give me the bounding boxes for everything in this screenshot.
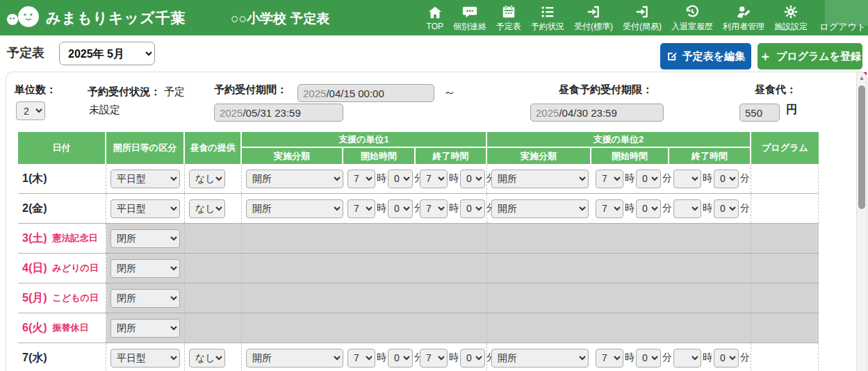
col-header-lunch: 昼食の提供: [185, 132, 242, 164]
unit1-start-hour-select[interactable]: 7: [347, 170, 375, 188]
unit2-start-time-cell: 7時0分: [591, 194, 669, 223]
unit1-exec-class-select[interactable]: 開所: [246, 349, 343, 368]
unit1-exec-class-cell: 開所: [242, 194, 343, 223]
unit2-start-time-header: 開始時間: [591, 148, 669, 164]
edit-button-label: 予定表を編集: [682, 50, 745, 63]
nav-item-individual-contact[interactable]: 個別連絡: [448, 0, 491, 35]
period-end-input[interactable]: 2025/05/31 23:59: [214, 104, 343, 122]
lunch-cell: なし: [185, 164, 242, 193]
unit2-end-hour-select[interactable]: [673, 349, 701, 368]
unit1-end-hour-select[interactable]: 7: [420, 349, 448, 368]
day-type-select[interactable]: 閉所: [110, 319, 180, 338]
scrollbar-thumb[interactable]: [858, 85, 865, 209]
nav-item-label: 受付(標準): [574, 21, 613, 33]
unit2-end-minute-select[interactable]: 0: [714, 199, 739, 218]
unit1-start-hour-select[interactable]: 7: [347, 199, 375, 218]
unit1-exec-class-select[interactable]: 開所: [246, 199, 343, 218]
lunch-deadline-input[interactable]: 2025/04/30 23:59: [530, 104, 664, 122]
day-type-select[interactable]: 平日型: [110, 199, 180, 218]
unit1-start-minute-select[interactable]: 0: [388, 199, 413, 218]
register-program-button[interactable]: ＋ プログラムを登録: [758, 43, 862, 69]
unit2-exec-class-select[interactable]: 開所: [491, 349, 589, 368]
nav-item-facility-settings[interactable]: 施設設定: [769, 0, 812, 35]
period-end-rest: /05/31 23:59: [243, 107, 300, 119]
unit1-start-time-cell: 7時0分: [343, 343, 416, 371]
nav-item-schedule[interactable]: 予定表: [491, 0, 526, 35]
unit2-end-minute-select[interactable]: 0: [714, 349, 739, 368]
unit2-end-hour-select[interactable]: [673, 170, 701, 188]
nav-item-checkin-simple[interactable]: 受付(簡易): [618, 0, 666, 35]
unit1-end-hour-select[interactable]: 7: [420, 199, 448, 218]
lunch-fee-input[interactable]: 550: [739, 104, 780, 122]
lunch-select[interactable]: なし: [189, 170, 225, 188]
day-type-select[interactable]: 平日型: [110, 170, 180, 188]
unit1-exec-class-select[interactable]: 開所: [246, 170, 343, 188]
day-type-select[interactable]: 閉所: [110, 229, 180, 248]
unit2-start-time-cell: [591, 224, 669, 253]
lunch-cell: なし: [185, 194, 242, 223]
unit2-start-hour-select[interactable]: 7: [596, 199, 623, 218]
unit2-end-minute-select[interactable]: 0: [714, 170, 739, 188]
day-type-select[interactable]: 閉所: [110, 289, 180, 308]
unit1-end-minute-select[interactable]: 0: [460, 199, 485, 218]
time-unit-label: 時: [449, 172, 459, 185]
logout-button[interactable]: ログアウト: [815, 0, 868, 35]
unit2-end-time-cell: 時0分: [669, 343, 751, 371]
col-group-unit2: 支援の単位2 実施分類 開始時間 終了時間: [487, 132, 751, 164]
date-label: 7(水): [22, 351, 47, 365]
unit2-start-minute-select[interactable]: 0: [636, 199, 661, 218]
nav-item-top[interactable]: TOP: [422, 0, 448, 35]
lunch-select[interactable]: なし: [189, 349, 225, 368]
info-section: 単位数： 2 予約受付状況：予定 未設定 予約受付期間： 2025/04/15 …: [6, 72, 867, 131]
unit2-start-minute-select[interactable]: 0: [636, 170, 661, 188]
unit2-exec-class-select[interactable]: 開所: [491, 170, 589, 188]
reservation-status-label: 予約受付状況：: [88, 85, 161, 97]
unit2-end-time-cell: 時0分: [669, 194, 751, 223]
time-unit-label: 時: [449, 202, 459, 215]
period-start-rest: /04/15 00:00: [326, 88, 384, 99]
unit2-exec-class-select[interactable]: 開所: [491, 199, 589, 218]
month-select[interactable]: 2025年 5月: [59, 42, 155, 65]
unit2-group-label: 支援の単位2: [487, 132, 750, 148]
scroll-up-arrow[interactable]: ▲: [857, 74, 867, 81]
unit2-start-hour-select[interactable]: 7: [596, 349, 623, 368]
nav-item-checkin-standard[interactable]: 受付(標準): [569, 0, 618, 35]
unit2-end-hour-select[interactable]: [673, 199, 701, 218]
nav-item-user-management[interactable]: 利用者管理: [718, 0, 769, 35]
day-type-select[interactable]: 平日型: [110, 349, 180, 368]
unit1-group-label: 支援の単位1: [242, 132, 486, 148]
unit1-end-time-cell: [416, 283, 487, 313]
unit2-end-time-cell: [669, 283, 751, 313]
unit2-start-minute-select[interactable]: 0: [636, 349, 661, 368]
toolbar: 予定表 2025年 5月 予定表を編集 ＋ プログラムを登録: [0, 35, 868, 72]
unit2-start-hour-select[interactable]: 7: [596, 170, 623, 188]
calendar-icon: [501, 4, 516, 19]
program-cell: [751, 254, 819, 283]
unit2-end-time-group: 時0分: [673, 349, 751, 368]
schedule-table: 日付 開所日等の区分 昼食の提供 支援の単位1 実施分類 開始時間 終了時間 支…: [18, 132, 819, 371]
reservation-status-sub: 未設定: [89, 104, 120, 117]
time-unit-label: 分: [740, 352, 750, 364]
page-title: 予定表: [7, 44, 44, 61]
date-label: 4(日): [22, 261, 47, 276]
time-unit-label: 分: [740, 172, 750, 185]
unit1-start-minute-select[interactable]: 0: [388, 349, 413, 368]
period-start-input[interactable]: 2025/04/15 00:00: [297, 84, 434, 102]
unit-count-select[interactable]: 2: [16, 101, 45, 120]
nav-item-reservation-status[interactable]: 予約状況: [526, 0, 569, 35]
unit1-end-minute-select[interactable]: 0: [460, 170, 485, 188]
nav-item-entry-exit-history[interactable]: 入退室履歴: [666, 0, 718, 35]
app-logo[interactable]: みまもりキッズ千葉: [6, 4, 186, 32]
unit1-start-minute-select[interactable]: 0: [388, 170, 413, 188]
program-cell: [751, 194, 819, 223]
unit1-end-hour-select[interactable]: 7: [420, 170, 448, 188]
nav-item-label: TOP: [427, 22, 443, 31]
edit-schedule-button[interactable]: 予定表を編集: [660, 43, 751, 69]
unit1-start-hour-select[interactable]: 7: [347, 349, 375, 368]
mascot-icon: [6, 3, 42, 33]
day-type-select[interactable]: 閉所: [110, 259, 180, 278]
schedule-panel: 単位数： 2 予約受付状況：予定 未設定 予約受付期間： 2025/04/15 …: [6, 72, 867, 371]
unit1-end-minute-select[interactable]: 0: [460, 349, 485, 368]
lunch-select[interactable]: なし: [189, 199, 225, 218]
unit1-end-time-cell: 7時0分: [416, 164, 487, 193]
